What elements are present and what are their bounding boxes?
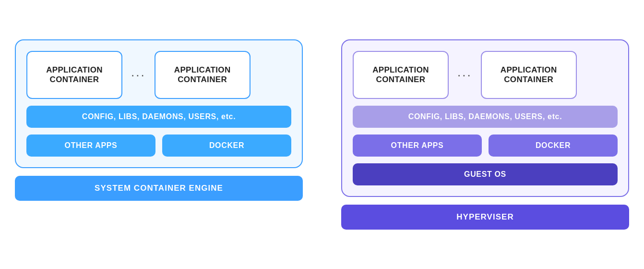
right-bottom-row: OTHER APPS DOCKER <box>353 134 618 157</box>
right-docker: DOCKER <box>489 134 618 157</box>
left-other-apps: OTHER APPS <box>26 134 155 157</box>
right-bottom-label: HYPERVISER <box>341 205 629 230</box>
right-dots: ··· <box>457 68 472 83</box>
left-app-container-1: APPLICATION CONTAINER <box>26 51 122 99</box>
left-dots: ··· <box>131 68 146 83</box>
right-config-bar: CONFIG, LIBS, DAEMONS, USERS, etc. <box>353 106 618 128</box>
left-bottom-label: SYSTEM CONTAINER ENGINE <box>15 176 303 201</box>
right-app-containers-row: APPLICATION CONTAINER ··· APPLICATION CO… <box>353 51 618 99</box>
right-other-apps: OTHER APPS <box>353 134 482 157</box>
right-outer-box: APPLICATION CONTAINER ··· APPLICATION CO… <box>341 39 629 197</box>
left-app-container-2: APPLICATION CONTAINER <box>155 51 250 99</box>
left-config-bar: CONFIG, LIBS, DAEMONS, USERS, etc. <box>26 106 291 128</box>
right-diagram: APPLICATION CONTAINER ··· APPLICATION CO… <box>341 39 629 230</box>
left-app-containers-row: APPLICATION CONTAINER ··· APPLICATION CO… <box>26 51 291 99</box>
left-bottom-row: OTHER APPS DOCKER <box>26 134 291 157</box>
main-diagrams-container: APPLICATION CONTAINER ··· APPLICATION CO… <box>0 30 644 239</box>
left-docker: DOCKER <box>162 134 291 157</box>
right-guest-os: GUEST OS <box>353 163 618 185</box>
right-app-container-1: APPLICATION CONTAINER <box>353 51 449 99</box>
left-diagram: APPLICATION CONTAINER ··· APPLICATION CO… <box>15 39 303 201</box>
left-outer-box: APPLICATION CONTAINER ··· APPLICATION CO… <box>15 39 303 168</box>
right-app-container-2: APPLICATION CONTAINER <box>481 51 577 99</box>
